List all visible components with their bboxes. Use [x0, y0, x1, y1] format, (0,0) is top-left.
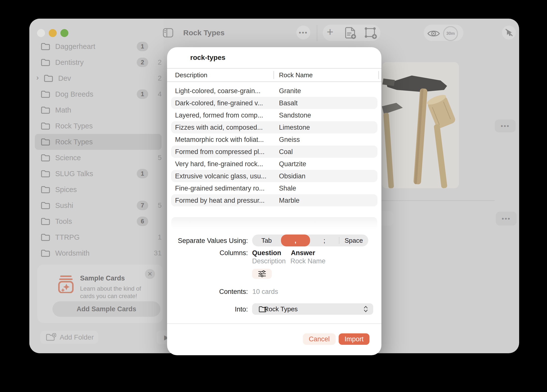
due-badge: 7: [137, 201, 148, 210]
import-button[interactable]: Import: [339, 333, 369, 345]
page-title: Rock Types: [183, 29, 225, 37]
separator-option-tab[interactable]: Tab: [252, 235, 281, 246]
hidden-button-sliver: [381, 211, 393, 226]
sidebar-item-ttrpg[interactable]: TTRPG 1: [35, 229, 162, 245]
column-mapping-button[interactable]: [252, 269, 272, 279]
cell-description: Light-colored, coarse-grain...: [175, 87, 261, 95]
sample-cards-icon: [56, 273, 75, 293]
sidebar-item-label: Wordsmith: [55, 249, 90, 257]
chevron-up-down-icon: [364, 306, 368, 312]
cell-rock-name: Marble: [279, 196, 300, 204]
due-badge: 1: [137, 42, 148, 51]
table-row[interactable]: Layered, formed from comp... Sandstone: [167, 109, 381, 121]
eye-icon[interactable]: [427, 30, 440, 38]
separator-segmented-control: Tab , ; Space: [252, 235, 368, 246]
sidebar-item-dev[interactable]: › Dev 2: [35, 70, 162, 86]
close-icon: ✕: [147, 271, 152, 277]
sidebar-item-daggerheart[interactable]: Daggerheart 1: [35, 39, 162, 54]
sidebar-item-label: Tools: [55, 217, 72, 226]
separator-option-semicolon[interactable]: ;: [310, 235, 339, 246]
footer-divider: [167, 323, 381, 324]
zoom-window-button[interactable]: [60, 29, 68, 37]
folder-icon: [41, 217, 50, 225]
sidebar-item-rock-types-selected[interactable]: Rock Types: [35, 134, 162, 150]
column-role-answer: Answer: [291, 249, 315, 257]
card-count: 5: [152, 201, 162, 209]
toggle-sidebar-icon[interactable]: [163, 28, 173, 38]
content-divider: [381, 200, 495, 201]
ellipsis-icon: •••: [502, 215, 511, 222]
add-card-button[interactable]: +: [327, 26, 333, 38]
sidebar-item-dog-breeds[interactable]: Dog Breeds 1 4: [35, 86, 162, 102]
folder-list: Daggerheart 1 Dentistry 2 2 › Dev 2 Dog …: [35, 39, 162, 261]
column-divider[interactable]: [274, 71, 274, 79]
folder-icon: [41, 122, 50, 130]
new-frame-icon[interactable]: [364, 27, 377, 39]
due-badge: 1: [137, 169, 148, 178]
separator-option-comma[interactable]: ,: [281, 235, 310, 246]
new-document-icon[interactable]: [345, 27, 357, 39]
card-count: 2: [152, 74, 162, 82]
sidebar-item-science[interactable]: Science 5: [35, 150, 162, 166]
sidebar-item-label: Math: [55, 106, 71, 114]
sidebar-item-slug-talks[interactable]: SLUG Talks 1: [35, 166, 162, 182]
sidebar-item-rock-types[interactable]: Rock Types: [35, 118, 162, 134]
table-row[interactable]: Formed by heat and pressur... Marble: [167, 194, 381, 206]
import-dialog: rock-types Description Rock Name Light-c…: [167, 47, 381, 355]
add-sample-cards-button[interactable]: Add Sample Cards: [52, 301, 160, 317]
image-more-button[interactable]: •••: [495, 119, 516, 132]
dismiss-sample-cards-button[interactable]: ✕: [145, 269, 155, 279]
column-field-rock-name: Rock Name: [290, 257, 325, 265]
column-role-question: Question: [252, 249, 281, 257]
separator-option-space[interactable]: Space: [339, 235, 368, 246]
table-row[interactable]: Very hard, fine-grained rock... Quartzit…: [167, 158, 381, 170]
add-folder-button[interactable]: Add Folder: [40, 331, 98, 344]
table-row[interactable]: Fizzes with acid, composed... Limestone: [167, 121, 381, 133]
sidebar-item-label: Dentistry: [55, 58, 84, 67]
cancel-button[interactable]: Cancel: [303, 333, 336, 345]
cell-rock-name: Basalt: [279, 99, 298, 107]
sidebar-item-spices[interactable]: Spices: [35, 182, 162, 197]
timer-badge[interactable]: 30m: [443, 26, 458, 41]
ellipsis-icon: •••: [299, 29, 308, 36]
folder-icon: [41, 186, 50, 194]
field-more-button[interactable]: •••: [496, 212, 517, 226]
sidebar-item-sushi[interactable]: Sushi 7 5: [35, 197, 162, 213]
deck-more-button[interactable]: •••: [296, 26, 310, 39]
chevron-right-icon[interactable]: ›: [36, 74, 39, 81]
table-row[interactable]: Extrusive volcanic glass, usu... Obsidia…: [167, 170, 381, 182]
sidebar-item-math[interactable]: Math: [35, 102, 162, 118]
sidebar-item-label: Sushi: [55, 201, 73, 210]
cell-rock-name: Gneiss: [279, 136, 300, 143]
card-count: 31: [152, 249, 162, 257]
table-row[interactable]: Dark-colored, fine-grained v... Basalt: [167, 97, 381, 109]
table-row[interactable]: Metamorphic rock with foliat... Gneiss: [167, 133, 381, 146]
column-header-description[interactable]: Description: [175, 71, 207, 79]
sample-cards-promo: Sample Cards Learn about the kind of car…: [37, 265, 163, 323]
column-header-rock-name[interactable]: Rock Name: [279, 71, 313, 79]
minimize-window-button[interactable]: [49, 29, 57, 37]
hammers-photo: [382, 62, 459, 188]
ellipsis-icon: •••: [501, 123, 510, 129]
card-image-hammers[interactable]: [382, 62, 459, 188]
sidebar-item-label: TTRPG: [55, 233, 80, 241]
column-divider[interactable]: [378, 71, 379, 79]
columns-label: Columns:: [167, 249, 248, 257]
close-window-button[interactable]: [37, 29, 45, 37]
sidebar-item-dentistry[interactable]: Dentistry 2 2: [35, 54, 162, 70]
sidebar-item-tools[interactable]: Tools 6: [35, 213, 162, 229]
into-folder-select[interactable]: Rock Types: [252, 303, 373, 315]
sidebar-item-wordsmith[interactable]: Wordsmith 31: [35, 245, 162, 261]
folder-icon: [41, 170, 50, 178]
dialog-title: rock-types: [190, 54, 226, 62]
cell-rock-name: Sandstone: [279, 111, 311, 119]
table-row[interactable]: Fine-grained sedimentary ro... Shale: [167, 182, 381, 194]
cell-rock-name: Quartzite: [279, 160, 306, 168]
table-row[interactable]: Light-colored, coarse-grain... Granite: [167, 85, 381, 97]
cell-description: Metamorphic rock with foliat...: [175, 136, 264, 143]
folder-icon: [41, 58, 50, 66]
table-row[interactable]: Formed from compressed pl... Coal: [167, 146, 381, 158]
card-count: 2: [152, 58, 162, 66]
pointer-mode-button[interactable]: [502, 26, 516, 39]
card-count: 5: [152, 154, 162, 162]
